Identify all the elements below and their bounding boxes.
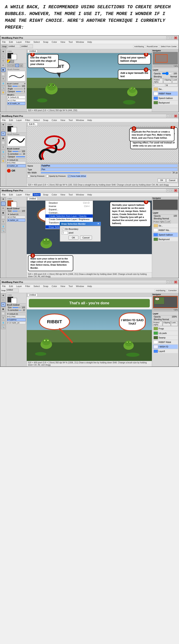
panel2-bg-color[interactable] (11, 127, 17, 133)
p2-tool-fill[interactable]: ▦ (1, 136, 6, 140)
panel1-menu-snap[interactable]: Snap (42, 40, 49, 44)
panel3-menu-filter[interactable]: Filter (24, 193, 31, 196)
p1-zoom-slider[interactable] (154, 66, 172, 66)
p3-tool-brush[interactable]: ✏ (1, 206, 6, 210)
tool-select-rect[interactable]: ⬚ (1, 54, 6, 58)
panel1-menu-filter[interactable]: Filter (24, 40, 31, 44)
panel4-minimize[interactable]: ─ (166, 281, 170, 284)
panel1-snap-btn[interactable]: Snap (1, 44, 8, 48)
panel1-menu-tool[interactable]: Tool (68, 40, 74, 44)
panel2-02pen[interactable]: ● 0.2 Pen (7, 161, 26, 164)
panel1-color-wheel[interactable] (7, 60, 10, 63)
panel2-close[interactable]: ✕ (174, 114, 177, 118)
panel1-maximize[interactable]: □ (170, 36, 174, 39)
panel4-correction-slider[interactable] (19, 310, 22, 311)
panel2-menu-window[interactable]: Window (75, 119, 85, 122)
p4-tool-text[interactable]: T (1, 316, 6, 320)
panel2-opaque-slider[interactable] (16, 156, 25, 157)
p2-ok-btn[interactable]: OK (158, 178, 166, 182)
panel2-correction-slider[interactable] (19, 154, 22, 154)
panel2-menu-tool[interactable]: Tool (68, 119, 74, 122)
panel2-menu-filter[interactable]: Filter (24, 119, 31, 122)
panel3-menu-edit[interactable]: Edit (8, 193, 14, 196)
p2-minwidth-slider[interactable] (41, 172, 172, 173)
p2-tool-move[interactable]: ✥ (1, 123, 6, 127)
p1-layer-ribbit[interactable]: RIBBIT Ribbit (153, 92, 178, 96)
p2-type-input[interactable]: Pen (41, 168, 178, 171)
panel1-angle-slider[interactable] (14, 88, 23, 89)
panel4-tab[interactable]: Untitled (28, 294, 38, 296)
p1-shape-btn2[interactable]: □ (11, 64, 15, 67)
panel4-menu-snap[interactable]: Snap (42, 285, 49, 288)
panel3-bg-color[interactable] (11, 202, 17, 208)
p4-zoom-out[interactable]: - (153, 309, 153, 311)
panel4-markeren[interactable]: ● 10 markr_en (7, 322, 26, 324)
panel1-menu-layer[interactable]: Layer (16, 40, 23, 44)
panel3-tab[interactable]: Untitled (28, 197, 38, 200)
panel2-menu-snap[interactable]: Snap (42, 119, 49, 122)
p3-tool-fill[interactable]: ▦ (1, 211, 6, 215)
p3-deselect[interactable]: Deselect Ctrl+D (46, 201, 93, 204)
panel2-tab[interactable]: Edit B... (28, 123, 38, 126)
p4-layer-ribbit[interactable]: RIBBIT Ribbit (153, 340, 178, 344)
panel3-menu-file[interactable]: File (1, 193, 6, 196)
panel4-menu-file[interactable]: File (1, 285, 6, 288)
p4-layer-swamp[interactable]: Swamp (153, 336, 178, 340)
p3-tool-eyedrop[interactable]: 💧 (1, 224, 6, 228)
p3-tool-select[interactable]: ⬚ (1, 202, 6, 206)
p1-shape-btn4[interactable]: △ (19, 64, 23, 67)
panel3-cancel-btn[interactable]: Cancel (80, 236, 92, 240)
p4-protect-alpha[interactable]: Protect Alpha (153, 321, 162, 326)
tool-eyedrop[interactable]: 💧 (1, 81, 6, 86)
p4-tool-eyedrop[interactable]: 💧 (1, 320, 6, 325)
p4-layer8[interactable]: Layer8 (153, 349, 178, 354)
p4-clipping[interactable]: Clipping (163, 321, 171, 326)
panel3-menu-window[interactable]: Window (75, 193, 85, 196)
panel3-boundary-cb[interactable]: ✓ (62, 228, 64, 230)
panel1-menu-window[interactable]: Window (75, 40, 85, 44)
p3-tool-text[interactable]: T (1, 220, 6, 224)
panel1-menu-view[interactable]: View (60, 40, 66, 44)
p4-tool-eraser[interactable]: ⬜ (1, 312, 6, 316)
tool-lasso[interactable]: ⬠ (1, 59, 6, 63)
panel2-menu-select[interactable]: Select (33, 119, 41, 122)
panel1-minimize[interactable]: ─ (166, 36, 170, 39)
panel2-maximize[interactable]: □ (170, 114, 174, 118)
panel3-menu-select[interactable]: Select (33, 193, 41, 196)
p4-zoom-slider[interactable] (154, 310, 172, 310)
panel4-antialias[interactable]: AntiAliasing (154, 289, 166, 292)
panel2-menu-color[interactable]: Color (51, 119, 58, 122)
panel1-size-slider[interactable] (12, 86, 21, 86)
p2-tool-zoom[interactable]: 🔍 (1, 154, 6, 158)
p4-tool-select[interactable]: ⬚ (1, 298, 6, 302)
panel2-markr[interactable]: ● marker_on (7, 164, 26, 167)
p4-zoom-in[interactable]: + (173, 309, 174, 311)
p1-lock[interactable]: Lock (172, 78, 178, 83)
p4-tool-fill[interactable]: ▦ (1, 307, 6, 311)
p2-tool-eraser[interactable]: ⬜ (1, 141, 6, 145)
p1-layer-bg[interactable]: Background (153, 100, 178, 105)
panel1-palette[interactable] (11, 60, 14, 63)
panel1-brush-control-x[interactable]: ✕ (24, 83, 26, 85)
p3-contract[interactable]: Contract... (46, 211, 93, 214)
panel2-menu-layer[interactable]: Layer (16, 119, 23, 122)
panel4-close[interactable]: ✕ (174, 281, 177, 284)
p2-opacity-pressure-cb[interactable] (46, 175, 48, 177)
p1-nav-viewport[interactable] (155, 54, 168, 62)
p4-layer-lily[interactable]: Lily pads (153, 331, 178, 335)
panel4-menu-tool[interactable]: Tool (68, 285, 74, 288)
panel4-snap-btn[interactable]: Snap (1, 290, 6, 292)
panel4-menu-view[interactable]: View (60, 285, 66, 288)
panel2-minimize[interactable]: ─ (166, 114, 170, 118)
p1-clipping[interactable]: Clipping (163, 78, 172, 83)
panel1-menu-file[interactable]: File (1, 40, 6, 44)
p4-tool-zoom[interactable]: 🔍 (1, 325, 6, 329)
panel3-minimize[interactable]: ─ (166, 189, 170, 192)
p4-tool-move[interactable]: ✥ (1, 294, 6, 298)
p3-expand[interactable]: Expand... (46, 208, 93, 211)
panel3-menu-help[interactable]: Help (86, 193, 93, 196)
p1-add-layer[interactable]: + (153, 84, 165, 86)
p3-tool-zoom[interactable]: 🔍 (1, 229, 6, 233)
p3-protect-alpha[interactable]: Protect Alpha (153, 220, 165, 223)
panel1-roundcorner[interactable]: RoundCorner (146, 45, 159, 48)
